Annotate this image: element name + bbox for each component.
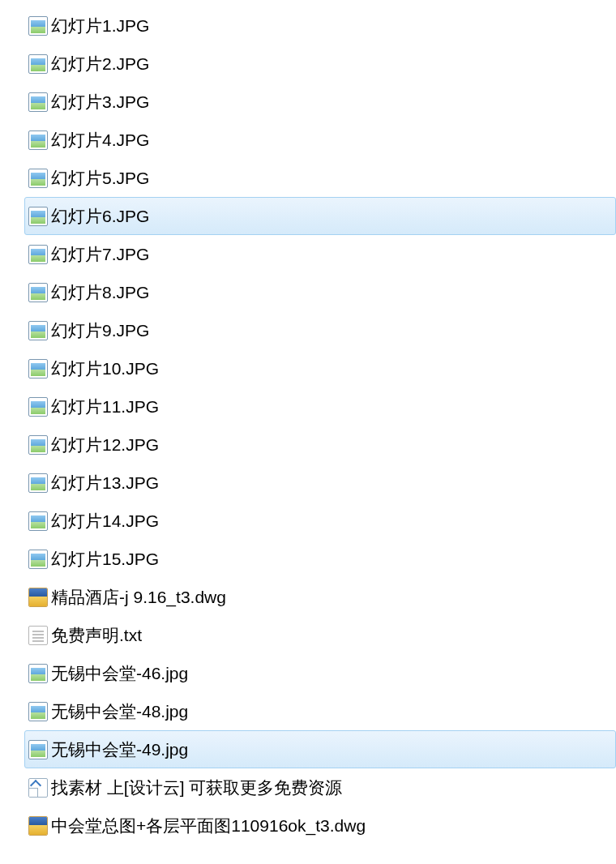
file-item[interactable]: 无锡中会堂-48.jpg: [24, 692, 616, 730]
file-name-label: 无锡中会堂-46.jpg: [48, 662, 188, 685]
file-name-label: 幻灯片5.JPG: [48, 167, 149, 190]
image-file-icon: [28, 435, 48, 455]
file-item[interactable]: 免费声明.txt: [24, 616, 616, 654]
image-file-icon: [28, 702, 48, 721]
file-list: 幻灯片1.JPG 幻灯片2.JPG 幻灯片3.JPG 幻灯片4.JPG 幻灯片5…: [24, 6, 616, 845]
file-item[interactable]: 幻灯片15.JPG: [24, 540, 616, 578]
file-item[interactable]: 幻灯片1.JPG: [24, 6, 616, 45]
file-name-label: 幻灯片3.JPG: [48, 91, 149, 113]
image-file-icon: [28, 283, 48, 302]
file-item[interactable]: 幻灯片10.JPG: [24, 349, 616, 387]
file-name-label: 幻灯片7.JPG: [48, 243, 149, 266]
file-name-label: 幻灯片14.JPG: [48, 510, 159, 533]
file-item[interactable]: 幻灯片13.JPG: [24, 464, 616, 502]
file-item[interactable]: 幻灯片3.JPG: [24, 83, 616, 121]
image-file-icon: [28, 207, 48, 226]
image-file-icon: [28, 511, 48, 531]
image-file-icon: [28, 397, 48, 417]
image-file-icon: [28, 130, 48, 150]
dwg-file-icon: [28, 588, 48, 607]
file-item[interactable]: 幻灯片12.JPG: [24, 426, 616, 464]
file-item[interactable]: 中会堂总图+各层平面图110916ok_t3.dwg: [24, 806, 616, 845]
file-name-label: 幻灯片13.JPG: [48, 472, 159, 494]
dwg-file-icon: [28, 816, 48, 836]
image-file-icon: [28, 359, 48, 379]
file-item[interactable]: 幻灯片14.JPG: [24, 502, 616, 540]
image-file-icon: [28, 92, 48, 112]
file-name-label: 幻灯片2.JPG: [48, 53, 149, 75]
file-item[interactable]: 无锡中会堂-46.jpg: [24, 654, 616, 692]
image-file-icon: [28, 473, 48, 493]
file-name-label: 幻灯片9.JPG: [48, 319, 149, 342]
file-name-label: 中会堂总图+各层平面图110916ok_t3.dwg: [48, 815, 366, 837]
file-name-label: 幻灯片11.JPG: [48, 396, 159, 418]
file-name-label: 幻灯片15.JPG: [48, 548, 159, 571]
image-file-icon: [28, 169, 48, 188]
image-file-icon: [28, 16, 48, 36]
file-item[interactable]: 幻灯片5.JPG: [24, 159, 616, 197]
file-item[interactable]: 精品酒店-j 9.16_t3.dwg: [24, 578, 616, 616]
image-file-icon: [28, 245, 48, 264]
file-name-label: 免费声明.txt: [48, 624, 142, 647]
file-item[interactable]: 幻灯片7.JPG: [24, 235, 616, 273]
file-name-label: 找素材 上[设计云] 可获取更多免费资源: [48, 776, 342, 799]
file-item[interactable]: 无锡中会堂-49.jpg: [24, 730, 616, 768]
image-file-icon: [28, 740, 48, 759]
image-file-icon: [28, 664, 48, 683]
file-name-label: 幻灯片6.JPG: [48, 205, 149, 228]
file-item[interactable]: 幻灯片8.JPG: [24, 273, 616, 311]
file-name-label: 无锡中会堂-48.jpg: [48, 700, 188, 723]
file-item[interactable]: 幻灯片11.JPG: [24, 387, 616, 426]
file-name-label: 幻灯片4.JPG: [48, 129, 149, 152]
file-name-label: 幻灯片10.JPG: [48, 357, 159, 380]
file-name-label: 幻灯片1.JPG: [48, 15, 149, 37]
file-name-label: 无锡中会堂-49.jpg: [48, 738, 188, 761]
file-item[interactable]: 幻灯片2.JPG: [24, 45, 616, 83]
image-file-icon: [28, 54, 48, 74]
file-name-label: 精品酒店-j 9.16_t3.dwg: [48, 586, 226, 609]
file-item[interactable]: 找素材 上[设计云] 可获取更多免费资源: [24, 768, 616, 806]
file-name-label: 幻灯片8.JPG: [48, 281, 149, 304]
file-item[interactable]: 幻灯片6.JPG: [24, 197, 616, 235]
image-file-icon: [28, 321, 48, 340]
url-shortcut-icon: [28, 778, 48, 798]
file-item[interactable]: 幻灯片9.JPG: [24, 311, 616, 349]
image-file-icon: [28, 550, 48, 569]
file-name-label: 幻灯片12.JPG: [48, 434, 159, 456]
file-item[interactable]: 幻灯片4.JPG: [24, 121, 616, 159]
txt-file-icon: [28, 626, 48, 645]
